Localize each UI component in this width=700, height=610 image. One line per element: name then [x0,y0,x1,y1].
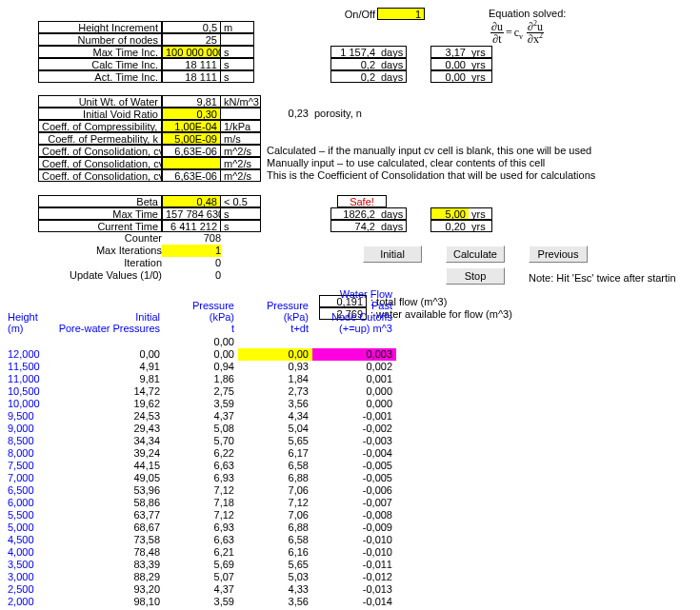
cell-flow: -0,003 [312,435,396,447]
g1-days-unit: days [378,58,407,70]
cell-flow: -0,006 [312,484,396,497]
beta-safe: Safe! [337,195,387,207]
cell-height [4,336,51,348]
cell-initial: 58,86 [51,497,164,509]
table-row: 8,50034,345,705,65-0,003 [4,435,396,447]
previous-button[interactable]: Previous [529,246,588,263]
beta-cond: < 0.5 [221,195,261,207]
g2-value[interactable] [162,157,221,169]
cell-flow: 0,002 [312,361,396,373]
cell-flow: -0,008 [312,509,396,521]
cell-height: 10,000 [4,398,51,410]
g1-label: Calc Time Inc. [38,58,162,70]
onoff-value[interactable]: 1 [377,8,425,20]
esc-note: Note: Hit 'Esc' twice after startin [529,272,676,284]
cell-pt: 5,69 [164,559,238,571]
pressure-table: Height(m) InitialPore-water Pressures Pr… [4,288,396,608]
cell-ptdt: 5,03 [238,571,312,583]
curtime-label: Current Time [38,220,162,232]
g2-value[interactable]: 1,00E-04 [162,120,221,132]
onoff-label: On/Off [340,9,375,20]
cell-ptdt: 5,04 [238,423,312,435]
cell-pt: 6,22 [164,447,238,460]
cell-pt: 6,21 [164,546,238,559]
open-label: Iteration [38,257,162,269]
cell-ptdt: 6,88 [238,472,312,484]
cell-height: 7,000 [4,472,51,484]
cell-initial: 63,77 [51,509,164,521]
g2-extra-label: porosity, n [314,108,362,120]
th-height: Height(m) [4,288,51,336]
table-row: 10,50014,722,752,730,000 [4,385,396,398]
th-flow: Water Flow PastNode Cutoffs(+=up) m^3 [312,288,396,336]
cell-flow: -0,011 [312,559,396,571]
cell-pt: 5,70 [164,435,238,447]
cell-initial: 44,15 [51,460,164,472]
table-row: 12,0000,000,000,000,003 [4,348,396,361]
table-row: 6,50053,967,127,06-0,006 [4,484,396,497]
maxtime-yrs[interactable]: 5,00 [430,207,469,220]
g1-yrs: 0,00 [430,58,469,70]
g1-value[interactable]: 25 [162,33,221,46]
cell-flow: -0,014 [312,596,396,608]
g2-value[interactable]: 9,81 [162,95,221,108]
calculate-button[interactable]: Calculate [446,246,505,263]
g2-value[interactable]: 5,00E-09 [162,132,221,145]
cell-height: 4,500 [4,534,51,546]
cell-pt: 6,93 [164,472,238,484]
open-label: Max Iterations [38,245,162,257]
cell-initial: 34,34 [51,435,164,447]
cell-height: 6,500 [4,484,51,497]
table-row: 11,0009,811,861,840,001 [4,373,396,385]
g1-yrs-unit: yrs [469,58,492,70]
g1-days: 0,2 [330,70,378,83]
cell-flow: -0,012 [312,571,396,583]
g2-value[interactable]: 6,63E-06 [162,169,221,182]
g2-value[interactable]: 6,63E-06 [162,145,221,157]
cell-initial: 73,58 [51,534,164,546]
cell-pt: 6,63 [164,460,238,472]
cell-ptdt [238,336,312,348]
cell-initial: 29,43 [51,423,164,435]
g2-value[interactable]: 0,30 [162,108,221,120]
initial-button[interactable]: Initial [363,246,422,263]
table-row: 3,50083,395,695,65-0,011 [4,559,396,571]
cell-height: 9,500 [4,410,51,423]
cell-initial: 19,62 [51,398,164,410]
cell-pt: 7,18 [164,497,238,509]
g1-value[interactable]: 0,5 [162,21,221,33]
g2-unit: m^2/s [221,145,261,157]
curtime-days-unit: days [378,220,407,232]
g1-unit: s [221,58,254,70]
g1-value[interactable]: 18 111 [162,58,221,70]
open-value[interactable]: 1 [162,245,221,257]
cell-pt: 4,37 [164,583,238,596]
th-pt: Pressure (kPa)t [164,288,238,336]
g2-extra-val: 0,23 [270,108,309,120]
g1-value[interactable]: 100 000 000 [162,46,221,58]
cell-pt: 7,12 [164,484,238,497]
cell-ptdt: 1,84 [238,373,312,385]
cell-ptdt: 6,58 [238,534,312,546]
maxtime-value: 157 784 630 [162,207,221,220]
beta-value[interactable]: 0,48 [162,195,221,207]
open-value: 0 [162,269,221,282]
cell-height: 3,500 [4,559,51,571]
g1-days: 1 157,4 [330,46,378,58]
curtime-value: 6 411 212 [162,220,221,232]
g2-unit: m^2/s [221,157,261,169]
table-row: 11,5004,910,940,930,002 [4,361,396,373]
stop-button[interactable]: Stop [446,267,505,285]
cell-ptdt: 5,65 [238,435,312,447]
g2-label: Coeff. of Consolidation, cv [38,169,162,182]
cell-ptdt: 7,06 [238,484,312,497]
g1-value[interactable]: 18 111 [162,70,221,83]
g1-days-unit: days [378,46,407,58]
g1-days-unit: days [378,70,407,83]
g1-unit: s [221,46,254,58]
cell-pt: 0,00 [164,348,238,361]
cell-ptdt: 5,65 [238,559,312,571]
g1-unit: s [221,70,254,83]
cell-initial: 93,20 [51,583,164,596]
cell-height: 10,500 [4,385,51,398]
